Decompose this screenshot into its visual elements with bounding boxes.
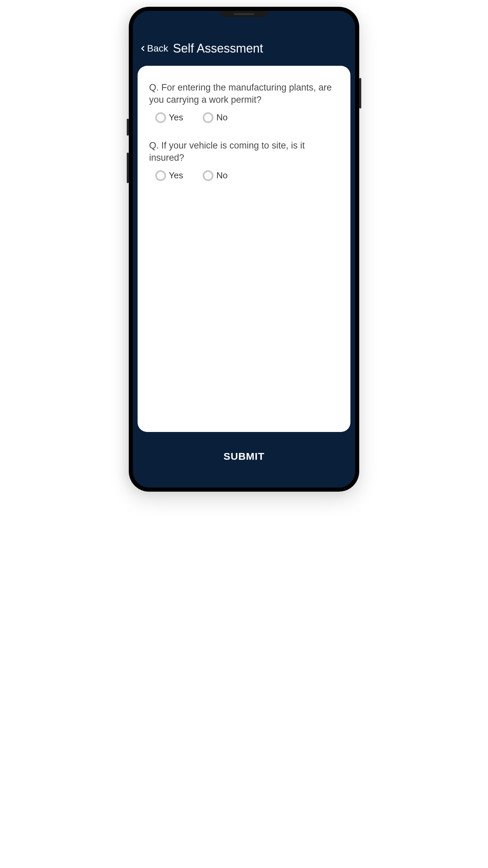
radio-icon	[203, 112, 214, 123]
footer: SUBMIT	[133, 432, 355, 488]
phone-notch	[220, 11, 268, 17]
options-row: Yes No	[149, 170, 339, 181]
radio-label: No	[216, 112, 227, 123]
radio-label: Yes	[169, 170, 183, 181]
back-label: Back	[147, 43, 168, 54]
radio-label: Yes	[169, 112, 183, 123]
radio-yes[interactable]: Yes	[155, 112, 183, 123]
submit-button[interactable]: SUBMIT	[224, 451, 265, 462]
question-text: Q. If your vehicle is coming to site, is…	[149, 139, 339, 164]
radio-yes[interactable]: Yes	[155, 170, 183, 181]
radio-label: No	[216, 170, 227, 181]
question-text: Q. For entering the manufacturing plants…	[149, 81, 339, 106]
app-header: Back Self Assessment	[133, 11, 355, 66]
radio-icon	[203, 170, 214, 181]
options-row: Yes No	[149, 112, 339, 123]
radio-icon	[155, 112, 166, 123]
radio-no[interactable]: No	[203, 170, 227, 181]
back-button[interactable]: Back	[140, 43, 168, 54]
assessment-card: Q. For entering the manufacturing plants…	[138, 66, 350, 432]
phone-side-button	[359, 78, 361, 108]
screen: Back Self Assessment Q. For entering the…	[133, 11, 355, 488]
radio-icon	[155, 170, 166, 181]
chevron-left-icon	[140, 43, 146, 54]
page-title: Self Assessment	[173, 41, 263, 56]
question-block: Q. If your vehicle is coming to site, is…	[149, 139, 339, 181]
question-block: Q. For entering the manufacturing plants…	[149, 81, 339, 123]
phone-frame: Back Self Assessment Q. For entering the…	[129, 7, 359, 492]
phone-side-button	[127, 153, 129, 183]
radio-no[interactable]: No	[203, 112, 227, 123]
phone-side-button	[127, 119, 129, 136]
